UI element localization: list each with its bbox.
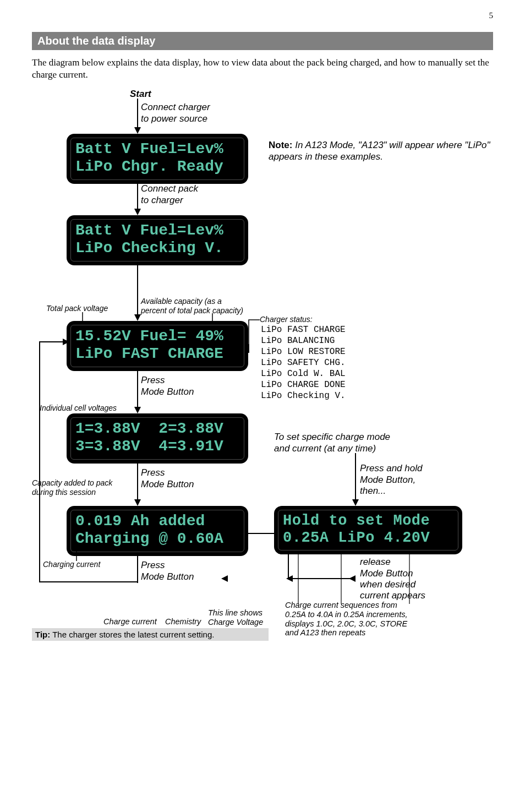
connect-pack-label: Connect pack to charger <box>141 183 198 206</box>
press-mode-1: Press Mode Button <box>141 375 194 397</box>
charger-status-label: Charger status: <box>260 315 313 324</box>
tip-text: The charger stores the latest current se… <box>52 630 214 639</box>
lcd2-line2: LiPo Checking V. <box>75 239 223 257</box>
lcd-screen-1: Batt V Fuel=Lev% LiPo Chgr. Ready <box>67 134 248 183</box>
svg-marker-14 <box>352 499 359 506</box>
svg-marker-3 <box>134 209 141 215</box>
chemistry-ann: Chemistry <box>165 617 201 626</box>
svg-marker-1 <box>134 127 141 134</box>
lcd5-line2: Charging @ 0.60A <box>75 530 223 547</box>
release-mode-label: release Mode Button when desired current… <box>360 557 425 602</box>
svg-marker-10 <box>134 407 141 413</box>
note-bold: Note: <box>269 140 292 150</box>
lcd1-line2: LiPo Chgr. Ready <box>75 158 223 175</box>
charger-status-list: LiPo FAST CHARGE LiPo BALANCING LiPo LOW… <box>261 324 346 401</box>
svg-marker-12 <box>134 499 141 506</box>
press-mode-3: Press Mode Button <box>141 560 194 582</box>
section-header: About the data display <box>32 32 493 50</box>
total-pack-voltage-label: Total pack voltage <box>46 304 108 313</box>
lcd6-line2: 0.25A LiPo 4.20V <box>283 530 430 546</box>
start-label: Start <box>130 89 151 100</box>
svg-marker-23 <box>286 575 293 582</box>
lcd4-line2: 3=3.88V 4=3.91V <box>75 438 223 455</box>
lcd3-line1: 15.52V Fuel= 49% <box>75 328 223 345</box>
to-set-mode-label: To set specific charge mode and current … <box>274 432 390 454</box>
lcd-screen-6: Hold to set Mode 0.25A LiPo 4.20V <box>274 506 462 554</box>
lcd1-line1: Batt V Fuel=Lev% <box>75 140 223 157</box>
diagram-area: Start Connect charger to power source Ba… <box>32 89 493 766</box>
press-hold-label: Press and hold Mode Button, then... <box>360 463 422 497</box>
lcd-screen-2: Batt V Fuel=Lev% LiPo Checking V. <box>67 215 248 265</box>
this-line-shows-ann: This line shows Charge Voltage <box>208 608 263 626</box>
available-capacity-label: Available capacity (as a percent of tota… <box>141 297 243 315</box>
lcd-screen-3: 15.52V Fuel= 49% LiPo FAST CHARGE <box>67 321 248 370</box>
svg-marker-22 <box>349 575 356 582</box>
tip-bold: Tip: <box>35 630 50 639</box>
press-mode-2: Press Mode Button <box>141 467 194 490</box>
lcd6-line1: Hold to set Mode <box>283 513 430 529</box>
lcd3-line2: LiPo FAST CHARGE <box>75 345 223 362</box>
charge-sequence-ann: Charge current sequences from 0.25A to 4… <box>285 601 407 637</box>
svg-marker-5 <box>134 314 141 321</box>
tip-box: Tip: The charger stores the latest curre… <box>32 628 269 641</box>
charge-current-ann: Charge current <box>103 617 157 626</box>
page-number: 5 <box>489 11 494 20</box>
connect-charger-label: Connect charger to power source <box>141 102 210 124</box>
svg-marker-21 <box>221 575 228 582</box>
intro-paragraph: The diagram below explains the data disp… <box>32 57 493 81</box>
lcd4-line1: 1=3.88V 2=3.88V <box>75 420 223 437</box>
lcd5-line1: 0.019 Ah added <box>75 513 205 530</box>
lcd-screen-5: 0.019 Ah added Charging @ 0.60A <box>67 506 248 555</box>
lcd-screen-4: 1=3.88V 2=3.88V 3=3.88V 4=3.91V <box>67 413 248 463</box>
lcd2-line1: Batt V Fuel=Lev% <box>75 222 223 239</box>
note-text: In A123 Mode, "A123" will appear where "… <box>269 140 490 162</box>
mode-note: Note: In A123 Mode, "A123" will appear w… <box>269 139 491 163</box>
